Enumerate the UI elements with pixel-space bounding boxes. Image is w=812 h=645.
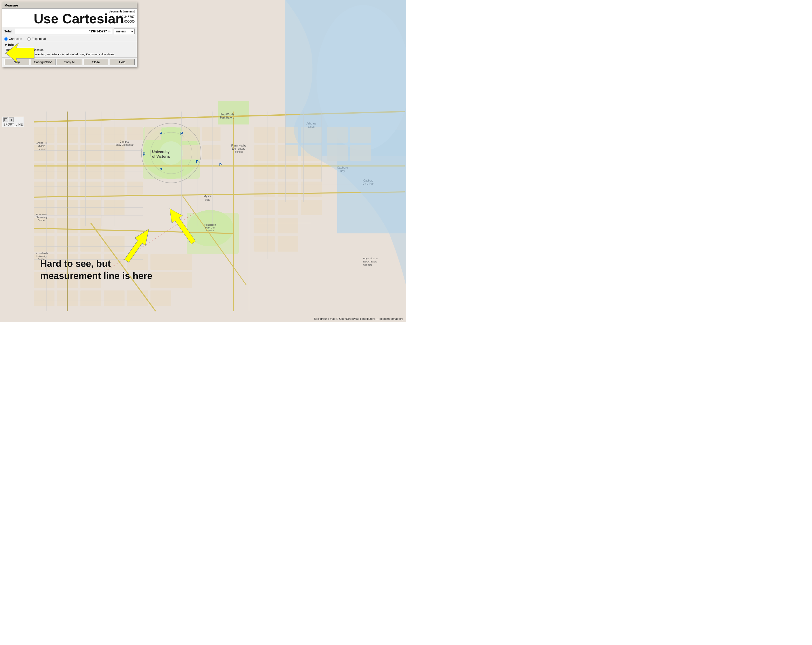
svg-text:of Victoria: of Victoria (152, 154, 169, 159)
svg-rect-45 (278, 145, 298, 161)
svg-text:View Elementar: View Elementar (116, 143, 134, 146)
svg-text:Park Golf: Park Golf (205, 226, 215, 229)
svg-rect-28 (81, 181, 101, 197)
cartesian-label: Cartesian (9, 37, 22, 41)
svg-rect-14 (34, 181, 55, 197)
svg-rect-39 (202, 127, 220, 141)
svg-text:Campus: Campus (120, 140, 129, 143)
copy-all-button[interactable]: Copy All (57, 59, 82, 66)
svg-text:School: School (38, 258, 45, 261)
svg-text:P: P (160, 131, 162, 136)
svg-rect-41 (202, 145, 220, 160)
svg-text:Cedar Hill: Cedar Hill (36, 142, 47, 145)
svg-text:P: P (160, 168, 162, 172)
measure-title: Measure (5, 3, 18, 7)
svg-text:Doncaster: Doncaster (36, 213, 47, 216)
svg-text:School: School (38, 148, 46, 151)
svg-rect-63 (254, 236, 275, 252)
svg-rect-79 (151, 272, 171, 288)
total-row: Total meters kilometers feet miles (2, 27, 137, 36)
ellipsoidal-option[interactable]: Ellipsoidal (27, 37, 46, 41)
svg-rect-20 (34, 236, 55, 252)
info-toggle[interactable]: Info (5, 43, 134, 47)
segments-values: 4139.345797 0.000000 (2, 14, 137, 27)
svg-rect-60 (301, 200, 322, 215)
svg-text:Royal Victoria: Royal Victoria (363, 257, 377, 260)
info-line-1: The calculations are based on: (5, 48, 134, 52)
svg-text:University: University (152, 149, 169, 154)
layer-icon-1[interactable] (3, 117, 8, 122)
svg-rect-32 (81, 218, 101, 233)
svg-rect-42 (254, 127, 275, 143)
svg-rect-59 (278, 200, 298, 215)
svg-rect-34 (104, 236, 125, 252)
segment-value-1: 4139.345797 (5, 15, 134, 19)
svg-rect-55 (254, 181, 275, 197)
svg-text:P: P (196, 160, 199, 164)
svg-rect-56 (278, 181, 298, 197)
svg-text:P: P (180, 131, 183, 136)
svg-rect-75 (81, 290, 101, 306)
segments-header-text: Segments [meters] (108, 9, 134, 13)
svg-text:St. Michaels: St. Michaels (35, 252, 48, 255)
svg-rect-35 (127, 127, 143, 140)
svg-rect-72 (81, 272, 101, 288)
configuration-button[interactable]: Configuration (31, 59, 56, 66)
help-button[interactable]: Help (110, 59, 134, 66)
svg-text:Vale: Vale (205, 198, 210, 201)
svg-rect-33 (81, 236, 101, 252)
svg-marker-165 (10, 119, 13, 121)
svg-text:P: P (219, 163, 221, 167)
svg-rect-62 (278, 218, 298, 233)
svg-rect-44 (254, 145, 275, 161)
svg-text:School: School (235, 150, 243, 153)
measure-content: Segments [meters] 4139.345797 0.000000 T… (2, 9, 137, 67)
svg-rect-24 (81, 145, 101, 161)
svg-text:Henderson: Henderson (205, 224, 216, 226)
svg-text:School: School (38, 219, 45, 221)
cartesian-option[interactable]: Cartesian (5, 37, 22, 41)
svg-text:Frank Hobbs: Frank Hobbs (231, 144, 246, 147)
svg-text:ESCAPE and: ESCAPE and (363, 261, 377, 263)
info-header-label: Info (8, 43, 14, 47)
ellipsoidal-radio[interactable] (27, 37, 31, 41)
svg-rect-67 (81, 254, 101, 270)
info-text-content: The calculations are based on: * Cartesi… (5, 48, 134, 56)
svg-text:Cadboro: Cadboro (363, 264, 372, 266)
ellipsoidal-label: Ellipsoidal (32, 37, 46, 41)
svg-rect-64 (278, 236, 298, 252)
svg-rect-61 (254, 218, 275, 233)
close-button[interactable]: Close (84, 59, 108, 66)
svg-text:Park Haro...: Park Haro... (220, 116, 234, 119)
svg-rect-70 (34, 272, 55, 288)
svg-rect-69 (127, 254, 148, 270)
svg-rect-73 (34, 290, 55, 306)
segments-header: Segments [meters] (2, 9, 137, 14)
svg-rect-37 (127, 181, 143, 195)
unit-select[interactable]: meters kilometers feet miles (114, 29, 134, 34)
info-line-2: * Cartesian calculation selected, so dis… (5, 52, 134, 56)
svg-rect-68 (104, 254, 125, 270)
layer-panel: EPORT_LINE (2, 117, 24, 127)
svg-text:Course: Course (206, 229, 214, 232)
cartesian-radio[interactable] (5, 37, 8, 41)
svg-rect-57 (301, 181, 322, 197)
total-label: Total (5, 30, 14, 33)
layer-icon-filter[interactable] (9, 117, 14, 122)
svg-rect-164 (5, 119, 7, 121)
segment-value-2: 0.000000 (5, 19, 134, 24)
svg-text:Elementary: Elementary (232, 147, 246, 150)
svg-text:Mystic: Mystic (203, 195, 212, 198)
new-button[interactable]: New (5, 59, 29, 66)
svg-rect-58 (254, 200, 275, 215)
button-row: New Configuration Copy All Close Help (2, 58, 137, 67)
svg-rect-78 (151, 290, 171, 306)
svg-text:University: University (36, 255, 47, 258)
svg-text:Elementary: Elementary (35, 216, 47, 219)
layer-name: EPORT_LINE (3, 123, 23, 126)
svg-rect-77 (127, 290, 148, 306)
svg-rect-36 (145, 127, 161, 140)
total-value-input (15, 29, 112, 34)
svg-rect-10 (34, 145, 55, 161)
svg-text:P: P (143, 152, 145, 156)
